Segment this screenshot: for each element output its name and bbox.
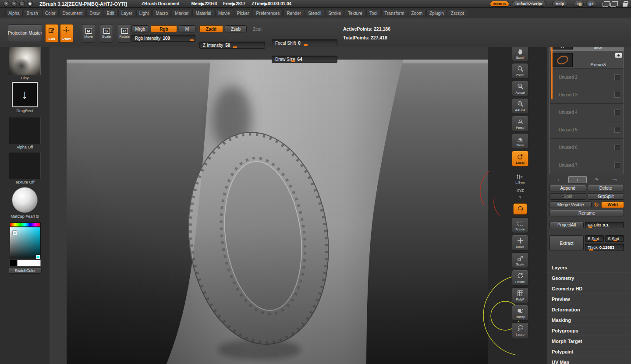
rs-local[interactable]: Local (512, 151, 528, 166)
rs-actual[interactable]: 1 Actual (512, 81, 528, 96)
zbrush-document[interactable] (67, 60, 488, 364)
visibility-checkbox[interactable] (614, 163, 620, 168)
secondary-color-swatch[interactable] (10, 260, 17, 266)
z-intensity-slider[interactable]: Z Intensity 50 (199, 42, 265, 49)
subtool-movedown-button[interactable]: ↪ (606, 176, 624, 183)
menu-alpha[interactable]: Alpha (5, 10, 23, 17)
menu-zoom[interactable]: Zoom (408, 10, 425, 17)
menu-layer[interactable]: Layer (118, 10, 135, 17)
subtool-next-button[interactable]: ↓ (568, 176, 587, 183)
visibility-checkbox[interactable] (614, 74, 620, 80)
menu-zscript[interactable]: Zscript (448, 10, 467, 17)
close-icon[interactable]: × (4, 1, 9, 7)
subtool-item-unused-3[interactable]: Unused 3 (550, 86, 624, 104)
rs-transp[interactable]: Transp (512, 305, 528, 321)
color-selector[interactable] (13, 231, 17, 235)
menus-button[interactable]: Menus (490, 1, 510, 7)
menu-draw[interactable]: Draw (86, 10, 103, 17)
rs-persp[interactable]: Persp (512, 116, 528, 131)
rs-zoom[interactable]: Zoom (512, 63, 528, 79)
thick-slider[interactable]: Thick 0.12683 (585, 244, 624, 251)
default-zscript-button[interactable]: DefaultZScript (512, 1, 546, 7)
rs-floor[interactable]: Floor (512, 133, 528, 149)
mode-edit[interactable]: Edit (45, 24, 58, 42)
palette-geometry-hd[interactable]: Geometry HD (547, 283, 631, 293)
zadd-button[interactable]: Zadd (199, 25, 223, 32)
mode-move[interactable]: M Move (82, 24, 95, 42)
visibility-checkbox[interactable] (614, 127, 620, 133)
canvas[interactable] (50, 47, 488, 364)
minimize-icon[interactable]: − (11, 1, 17, 7)
divider-layout-icon[interactable] (603, 3, 608, 7)
draw-size-slider[interactable]: Draw Size 64 (272, 56, 337, 63)
palette-polygroups[interactable]: Polygroups (547, 325, 631, 336)
menu-material[interactable]: Material (192, 10, 214, 17)
menu-transform[interactable]: Transform (381, 10, 407, 17)
hue-bar[interactable] (10, 223, 41, 227)
menu-light[interactable]: Light (136, 10, 152, 17)
menu-picker[interactable]: Picker (234, 10, 252, 17)
menu-stencil[interactable]: Stencil (305, 10, 324, 17)
texture-thumbnail[interactable] (9, 152, 41, 179)
menu-render[interactable]: Render (284, 10, 304, 17)
subtool-item-unused-5[interactable]: Unused 5 (550, 121, 624, 139)
delete-button[interactable]: Delete (588, 185, 624, 191)
menu-color[interactable]: Color (42, 10, 59, 17)
rename-button[interactable]: Rename (549, 210, 624, 216)
m-button[interactable]: M (179, 25, 195, 32)
menu-movie[interactable]: Movie (215, 10, 233, 17)
alpha-thumbnail[interactable] (9, 117, 41, 144)
weld-button[interactable]: Weld (601, 201, 624, 208)
merge-visible-button[interactable]: Merge Visible (549, 201, 592, 208)
split-button[interactable]: Split (549, 193, 586, 200)
subtool-prev-button[interactable]: ↑ (549, 176, 567, 183)
palette-preview[interactable]: Preview (547, 293, 631, 304)
grpsplit-button[interactable]: GrpSplit (588, 193, 624, 200)
rs-frame[interactable]: Frame (512, 217, 528, 233)
rs-aahalf[interactable]: ½ AAHalf (512, 98, 528, 114)
projection-master-button[interactable]: Projection Master (8, 25, 42, 42)
forward-icon[interactable]: → (19, 1, 25, 7)
menu-edit[interactable]: Edit (104, 10, 117, 17)
lock-icon[interactable] (623, 3, 627, 7)
switch-color-button[interactable]: SwitchColor (9, 267, 42, 274)
palette-deformation[interactable]: Deformation (547, 304, 631, 315)
color-picker[interactable] (10, 227, 41, 258)
extract-button[interactable]: Extract (549, 235, 584, 251)
subtool-item-unused-7[interactable]: Unused 7 (550, 156, 624, 174)
rs-rotate[interactable]: Rotate (512, 270, 528, 286)
menu-tool[interactable]: Tool (366, 10, 380, 17)
eye-icon[interactable] (615, 53, 622, 58)
scroll-right-icon[interactable]: |||► (586, 1, 596, 7)
menu-texture[interactable]: Texture (345, 10, 365, 17)
menu-macro[interactable]: Macro (152, 10, 171, 17)
menu-stroke[interactable]: Stroke (325, 10, 344, 17)
subtool-item-unused-2[interactable]: Unused 2 (550, 69, 624, 86)
zcut-button[interactable]: Zcut (248, 25, 266, 32)
stroke-thumbnail[interactable]: ↓ (12, 82, 38, 107)
rgb-button[interactable]: Rgb (151, 25, 177, 32)
mode-draw[interactable]: Draw (60, 24, 73, 42)
append-button[interactable]: Append (549, 185, 586, 191)
rs-scale[interactable]: Scale (512, 252, 528, 268)
pa-dist-slider[interactable]: PA Dist 0.1 (585, 222, 624, 228)
rs-polyf[interactable]: PolyF (512, 287, 528, 303)
rs-xyz[interactable]: XYZ (511, 187, 529, 194)
mode-scale[interactable]: S Scale (100, 24, 113, 42)
subtool-moveup-button[interactable]: ↷ (588, 176, 606, 183)
palette-layout-icon[interactable] (610, 3, 616, 7)
scroll-left-icon[interactable]: ◄||| (574, 1, 584, 7)
rs-gyro[interactable] (513, 203, 527, 215)
mrgb-button[interactable]: Mrgb (131, 25, 149, 32)
menu-document[interactable]: Document (60, 10, 86, 17)
palette-uv-map[interactable]: UV Map (547, 357, 631, 364)
palette-layers[interactable]: Layers (547, 262, 631, 272)
e-smt-slider[interactable]: E Smt (585, 235, 604, 242)
palette-morph-target[interactable]: Morph Target (547, 336, 631, 346)
rs-scroll[interactable]: Scroll (512, 46, 528, 61)
merge-gyro-icon[interactable]: ↻ (593, 201, 600, 208)
zsub-button[interactable]: Zsub (225, 25, 247, 32)
zbrush-tool-icon[interactable]: ◆ (27, 1, 33, 7)
rs-lsym[interactable]: L.Sym (511, 173, 529, 186)
rs-y[interactable]: Y (511, 194, 529, 200)
